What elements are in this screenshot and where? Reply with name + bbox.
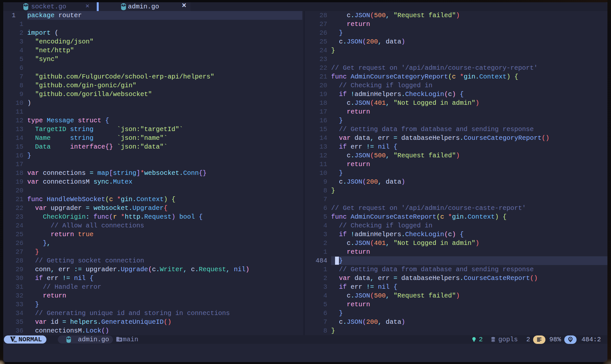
svg-text:im: im	[14, 340, 17, 343]
